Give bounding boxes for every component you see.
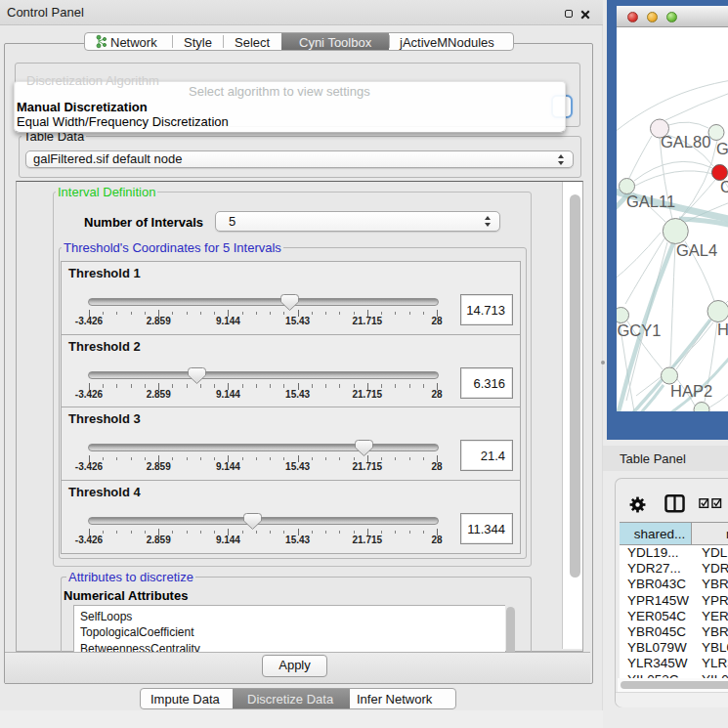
svg-text:C: C [720,178,728,195]
svg-text:GAL80: GAL80 [661,133,710,150]
svg-text:GCY1: GCY1 [618,321,662,339]
svg-text:GAL4: GAL4 [676,241,717,259]
svg-text:GAL7: GAL7 [716,140,728,157]
svg-text:H: H [717,321,728,338]
svg-text:HAP2: HAP2 [670,382,712,400]
svg-text:GAL11: GAL11 [626,193,675,210]
